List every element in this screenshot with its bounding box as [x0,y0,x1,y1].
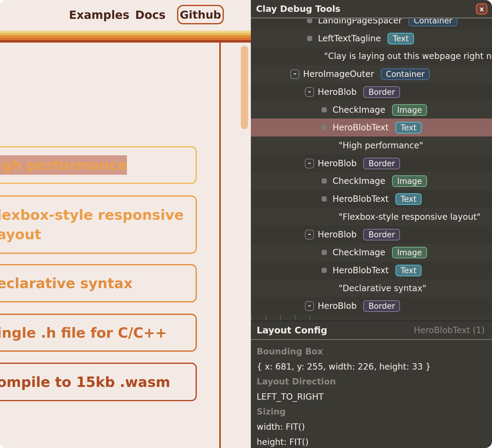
element-type-badge: Image [392,247,427,258]
collapse-button[interactable]: - [305,87,314,97]
collapse-button[interactable]: - [290,69,299,79]
stripe-band-0 [0,30,251,33]
config-value: height: FIT() [257,437,309,447]
element-type-badge: Container [381,68,430,80]
element-name: HeroBlobText [333,122,389,133]
tree-quote-row: "Declarative syntax" [251,279,492,297]
element-text-preview: "High performance" [339,140,423,150]
element-name: LandingPageSpacer [318,19,402,26]
element-type-badge: Container [408,19,457,26]
feature-box-text: ompile to 15kb .wasm [0,363,194,401]
feature-box-text: ingle .h file for C/C++ [0,314,194,352]
element-name: CheckImage [333,176,385,186]
tree-row[interactable]: -HeroBlobBorder [251,297,492,315]
tree-quote-row: "High performance" [251,136,492,154]
element-type-badge: Text [395,193,422,205]
scrollbar-thumb[interactable] [241,46,248,129]
element-type-badge: Border [363,300,400,312]
leaf-bullet-icon [322,107,327,112]
tree-quote-row: "Flexbox-style responsive layout" [251,208,492,226]
element-type-badge: Border [363,158,400,169]
element-name: HeroBlob [318,158,357,168]
config-value: LEFT_TO_RIGHT [257,392,324,402]
element-type-badge: Text [395,122,422,133]
element-name: HeroBlob [318,229,357,240]
element-type-badge: Border [363,229,400,240]
tree-row[interactable]: -HeroBlobBorder [251,154,492,172]
element-name: HeroBlobText [333,194,389,204]
tree-row[interactable]: CheckImageImage [251,243,492,261]
config-section-label: Sizing [257,407,286,417]
element-text-preview: "Declarative syntax" [339,283,426,293]
leaf-bullet-icon [322,125,327,130]
element-text-preview: "Clay is laying out this webpage right n… [324,51,492,61]
tree-row[interactable]: HeroBlobTextText [251,119,492,136]
leaf-bullet-icon [307,19,312,23]
element-name: CheckImage [333,105,385,115]
element-tree: LandingPageSpacerContainerLeftTextTaglin… [251,19,492,320]
stripe-band-2 [0,35,251,38]
stripe-band-3 [0,38,251,40]
selected-element-label: HeroBlobText (1) [414,325,485,335]
tree-row[interactable]: LandingPageSpacerContainer [251,19,492,29]
stripe-band-1 [0,33,251,35]
debug-panel-title: Clay Debug Tools [256,4,340,14]
config-section-label: Layout Direction [257,377,336,387]
element-type-badge: Text [388,33,414,44]
element-text-preview: "Flexbox-style responsive layout" [339,212,481,222]
element-name: HeroBlob [318,301,357,311]
tree-row[interactable]: -HeroBlobBorder [251,83,492,101]
element-type-badge: Image [392,175,427,187]
tree-row[interactable]: CheckImageImage [251,101,492,119]
nav-item-docs[interactable]: Docs [135,9,166,22]
config-value: { x: 681, y: 255, width: 226, height: 33… [257,362,431,372]
close-button[interactable]: x [476,3,487,15]
element-type-badge: Text [395,265,422,276]
element-name: CheckImage [333,247,385,257]
config-section-label: Bounding Box [257,346,323,357]
element-name: HeroImageOuter [303,69,374,79]
collapse-button[interactable]: - [305,230,314,240]
vertical-divider [219,42,221,448]
tree-row[interactable]: CheckImageImage [251,172,492,190]
feature-box-text: eclarative syntax [0,264,194,302]
element-type-badge: Image [392,104,427,116]
tree-row[interactable]: LeftTextTaglineText [251,29,492,47]
feature-box-text: lexbox-style responsive ayout [0,195,194,254]
element-name: LeftTextTagline [318,33,381,43]
leaf-bullet-icon [322,178,327,184]
collapse-button[interactable]: - [305,301,314,311]
leaf-bullet-icon [322,196,327,202]
leaf-bullet-icon [322,250,327,255]
tree-row[interactable]: HeroBlobTextText [251,261,492,279]
element-type-badge: Border [363,86,400,98]
feature-box-text: igh performance [0,146,194,184]
leaf-bullet-icon [307,36,312,41]
tree-row[interactable]: HeroBlobTextText [251,190,492,208]
layout-config-header: Layout Config HeroBlobText (1) [251,321,492,340]
app-window: Examples Docs Github igh performancelexb… [0,0,492,448]
debug-panel-header: Clay Debug Tools [251,0,492,18]
layout-config-title: Layout Config [257,325,327,336]
github-button[interactable]: Github [177,5,224,24]
collapse-button[interactable]: - [305,159,314,168]
tree-row[interactable]: -HeroBlobBorder [251,226,492,243]
tree-row[interactable]: -HeroImageOuterContainer [251,65,492,83]
nav-item-examples[interactable]: Examples [69,9,129,22]
element-name: HeroBlobText [333,265,389,275]
config-value: width: FIT() [257,422,305,432]
stripe-band-4 [0,40,251,43]
clay-debug-panel: Clay Debug Tools x LandingPageSpacerCont… [251,0,492,448]
leaf-bullet-icon [322,268,327,273]
tree-quote-row: "Clay is laying out this webpage right n… [251,47,492,65]
gradient-stripe [0,30,251,43]
clay-website-pane: Examples Docs Github igh performancelexb… [0,0,251,448]
element-name: HeroBlob [318,87,357,97]
